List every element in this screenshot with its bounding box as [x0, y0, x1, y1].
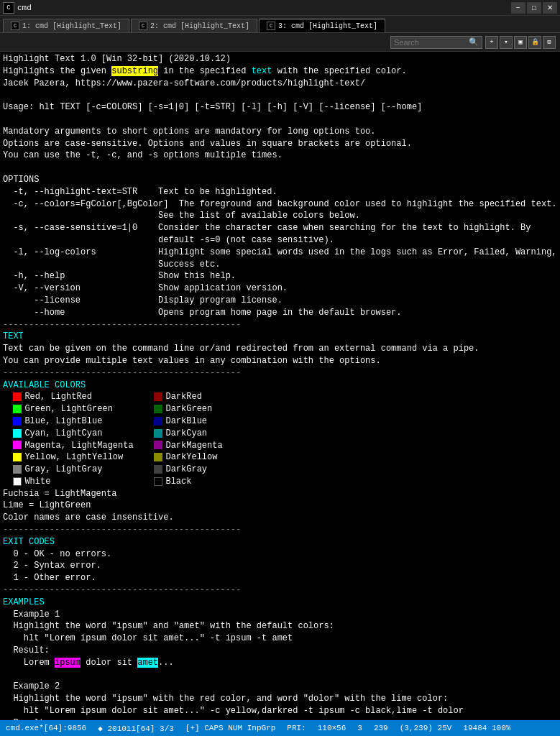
app-icon: C [3, 2, 14, 14]
window-title: cmd [17, 4, 511, 12]
status-process: cmd.exe*[64]:9856 [6, 724, 86, 732]
window-controls: − □ ✕ [511, 2, 557, 14]
status-mem: 19484 100% [463, 724, 510, 732]
status-col: 3 [357, 724, 362, 732]
tab-1[interactable]: C 1: cmd [Highlight_Text] [3, 19, 129, 32]
status-caps: [+] CAPS NUM InpGrp [185, 724, 275, 732]
title-bar: C cmd − □ ✕ [0, 0, 560, 16]
tab-label-1: 1: cmd [Highlight_Text] [22, 22, 121, 30]
maximize-button[interactable]: □ [527, 2, 541, 14]
tab-label-2: 2: cmd [Highlight_Text] [150, 22, 249, 30]
toolbar-btn-dropdown[interactable]: ▾ [500, 36, 513, 49]
status-position: ◆ 201011[64] 3/3 [98, 724, 174, 733]
search-box: 🔍 [390, 36, 482, 49]
tab-3[interactable]: C 3: cmd [Highlight_Text] [259, 19, 385, 32]
close-button[interactable]: ✕ [543, 2, 557, 14]
toolbar-btn-grid[interactable]: ⊞ [543, 36, 556, 49]
terminal: Highlight Text 1.0 [Win 32-bit] (2020.10… [0, 52, 560, 720]
status-row: 239 [374, 724, 388, 732]
toolbar-buttons: + ▾ ▣ 🔒 ⊞ [485, 36, 556, 49]
search-input[interactable] [394, 38, 466, 47]
tab-label-3: 3: cmd [Highlight_Text] [278, 22, 377, 30]
tab-icon-3: C [267, 22, 275, 30]
status-coords: (3,239) 25V [400, 724, 452, 732]
toolbar: 🔍 + ▾ ▣ 🔒 ⊞ [0, 33, 560, 52]
status-bar: cmd.exe*[64]:9856 ◆ 201011[64] 3/3 [+] C… [0, 720, 560, 736]
toolbar-btn-lock[interactable]: 🔒 [528, 36, 541, 49]
terminal-content: Highlight Text 1.0 [Win 32-bit] (2020.10… [3, 53, 557, 720]
tab-2[interactable]: C 2: cmd [Highlight_Text] [131, 19, 257, 32]
tab-bar: C 1: cmd [Highlight_Text] C 2: cmd [High… [0, 16, 560, 33]
toolbar-btn-monitor[interactable]: ▣ [514, 36, 527, 49]
search-icon[interactable]: 🔍 [469, 37, 479, 47]
toolbar-btn-plus[interactable]: + [485, 36, 498, 49]
tab-icon-1: C [11, 22, 19, 30]
status-size: 110×56 [318, 724, 346, 732]
status-pri: PRI: [287, 724, 306, 732]
minimize-button[interactable]: − [511, 2, 525, 14]
tab-icon-2: C [139, 22, 147, 30]
